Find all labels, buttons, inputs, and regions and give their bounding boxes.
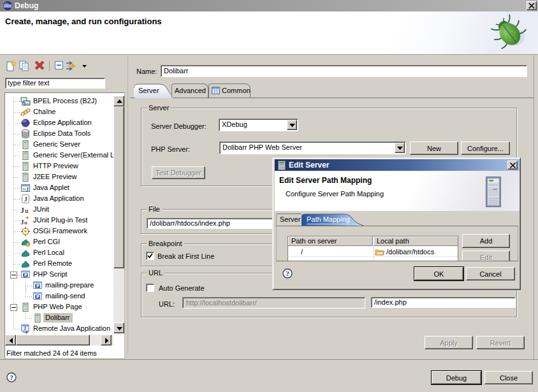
svg-text:?: ? — [286, 270, 289, 277]
svg-text:P: P — [36, 284, 40, 288]
svg-text:?: ? — [10, 374, 13, 381]
svg-text:J: J — [26, 187, 29, 192]
svg-text:u: u — [24, 219, 27, 226]
svg-text:J: J — [24, 195, 28, 203]
svg-text:P: P — [36, 294, 40, 299]
svg-text:J: J — [24, 326, 26, 331]
svg-text:J: J — [20, 206, 24, 215]
svg-text:u: u — [25, 207, 29, 214]
